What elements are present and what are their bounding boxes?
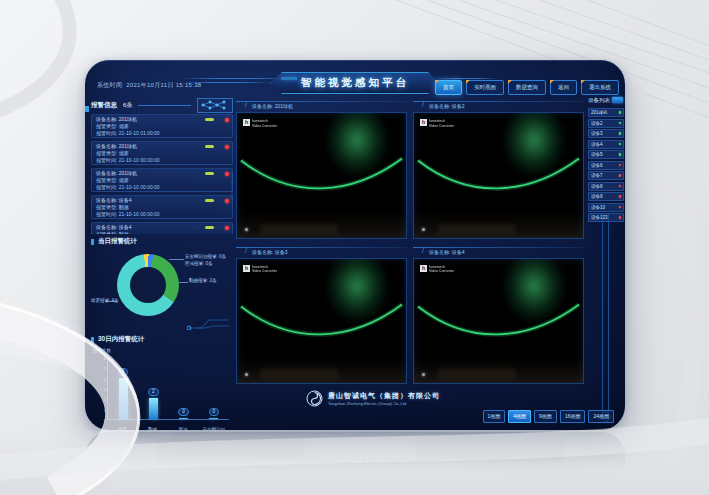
watermark-text: honestechVideo Converter [429,119,454,128]
alarm-entry[interactable]: 设备名称: 201球机报警类型: 烟雾报警时间: 21-10-10 01:00:… [91,114,233,138]
alarm-entry-line: 报警时间: 21-10-10 01:00:00 [96,130,228,137]
video-feed[interactable]: hhonestechVideo Converter [236,112,407,239]
video-feed[interactable]: hhonestechVideo Converter [413,112,584,239]
bar-column-安全帽识别: 0 [202,408,226,419]
nav-button-首页[interactable]: 首页 [435,80,462,95]
screen-button-24画面[interactable]: 24画面 [588,410,614,423]
indicator-red-dot [225,172,229,176]
video-feed[interactable]: hhonestechVideo Converter [413,258,584,385]
alarm-entry-line: 报警类型: 烟雾 [96,150,228,157]
today-stats-title: 当日报警统计 [91,237,233,246]
company-brand: 唐山智诚电气（集团）有限公司 Tangshan Zhicheng Electri… [306,390,440,407]
alarm-indicator [192,145,228,148]
indicator-red-dot [225,199,229,203]
watermark-text: honestechVideo Converter [252,119,277,128]
alarm-sidebar: 报警信息 6条 设备名称: 201球机报警类型: 烟雾报警时间: 21-10-1… [91,98,233,420]
video-panel-title: 设备名称: 201球机 [236,100,407,112]
device-status-dot [619,174,622,177]
bar-value-bubble: 0 [178,408,189,416]
screen-button-4画面[interactable]: 4画面 [508,410,531,423]
bar[interactable] [149,398,158,419]
device-sidebar: 设备列表 201球机设备2设备3设备4设备5设备6设备7设备8设备9设备10设备… [588,95,624,423]
bar[interactable] [179,418,188,419]
screen-button-1画面[interactable]: 1画面 [483,410,506,423]
nav-button-退出系统[interactable]: 退出系统 [581,80,619,95]
device-list: 201球机设备2设备3设备4设备5设备6设备7设备8设备9设备10设备123 [588,108,624,222]
watermark-logo-icon: h [243,265,250,272]
video-panel-2[interactable]: 设备名称: 设备2hhonestechVideo Converter [413,100,584,239]
device-row-设备5[interactable]: 设备5 [588,150,624,159]
alarm-entry[interactable]: 设备名称: 设备4报警类型: 翻越报警时间: 21-10-10 00:00:00 [91,222,233,234]
video-watermark: hhonestechVideo Converter [420,119,454,128]
watermark-line2: Video Converter [429,269,454,274]
video-panel-1[interactable]: 设备名称: 201球机hhonestechVideo Converter [236,100,407,239]
screen-button-16画面[interactable]: 16画面 [560,410,586,423]
alarm-indicator [192,226,228,229]
device-status-dot [619,206,622,209]
nav-button-数据查询[interactable]: 数据查询 [508,80,546,95]
indicator-segment [205,226,214,229]
video-spark [422,228,425,231]
bar-chart-ylabel: 报警个数 [93,348,111,353]
screen-reflection: 唐山智诚电气（集团）有限公司 [85,432,625,492]
alarm-indicator [192,199,228,202]
bar-chart-xlabels: 烟雾翻越区域安全帽识别 [107,427,229,430]
sidebar-rail-decor [602,213,609,419]
device-status-dot [619,122,622,125]
network-nodes-icon[interactable] [197,98,233,113]
indicator-red-dot [225,118,229,122]
video-panel-title: 设备名称: 设备3 [236,246,407,258]
y-tick: 1 [98,408,106,413]
donut-label-helmet: 安全帽识别报警: 0条 [185,254,226,259]
video-spark [245,373,248,376]
device-row-设备6[interactable]: 设备6 [588,161,624,170]
bar[interactable] [209,418,218,419]
bar[interactable] [119,378,128,419]
video-feed[interactable]: hhonestechVideo Converter [236,258,407,385]
donut-chart [117,254,179,316]
video-structure [261,369,339,379]
donut-label-smoke: 烟雾报警: 4条 [91,298,119,303]
device-row-设备4[interactable]: 设备4 [588,140,624,149]
video-structure [438,224,516,234]
screen-layout-buttons: 1画面4画面9画面16画面24画面 [483,410,614,423]
video-structure [261,224,339,234]
device-name: 设备8 [591,184,603,189]
bar-value-bubble: 4 [118,368,129,376]
device-name: 设备10 [591,205,605,210]
indicator-segment [205,145,214,148]
device-status-dot [619,195,622,198]
nav-button-返回[interactable]: 返回 [550,80,577,95]
device-list-title: 设备列表 [588,97,610,104]
alarm-list: 设备名称: 201球机报警类型: 烟雾报警时间: 21-10-10 01:00:… [91,114,233,234]
device-row-设备7[interactable]: 设备7 [588,171,624,180]
video-spark [245,228,248,231]
video-panel-3[interactable]: 设备名称: 设备3hhonestechVideo Converter [236,246,407,385]
device-name: 设备4 [591,142,603,147]
today-alarm-donut-chart: 安全帽识别报警: 0条 区域报警: 0条 翻越报警: 2条 烟雾报警: 4条 [91,246,233,332]
header-line [181,78,291,79]
video-watermark: hhonestechVideo Converter [420,265,454,274]
device-row-201球机[interactable]: 201球机 [588,108,624,117]
device-list-tab[interactable] [612,97,623,103]
device-row-设备9[interactable]: 设备9 [588,192,624,201]
device-status-dot [619,111,622,114]
device-name: 设备3 [591,131,603,136]
alarm-entry[interactable]: 设备名称: 设备4报警类型: 翻越报警时间: 21-10-10 00:00:00 [91,195,233,219]
device-row-设备2[interactable]: 设备2 [588,119,624,128]
alarm-entry[interactable]: 设备名称: 201球机报警类型: 烟雾报警时间: 21-10-10 00:00:… [91,168,233,192]
donut-hole [130,267,166,303]
screen-button-9画面[interactable]: 9画面 [534,410,557,423]
video-watermark: hhonestechVideo Converter [243,265,277,274]
alarm-entry[interactable]: 设备名称: 201球机报警类型: 烟雾报警时间: 21-10-10 00:00:… [91,141,233,165]
nav-button-实时画面[interactable]: 实时画面 [466,80,504,95]
device-row-设备8[interactable]: 设备8 [588,182,624,191]
device-name: 201球机 [591,110,608,115]
company-name-en: Tangshan Zhicheng Electric (Group) Co.,L… [328,401,440,406]
device-status-dot [619,143,622,146]
bar-chart-bars: 4200 [108,358,229,419]
watermark-text: honestechVideo Converter [252,265,277,274]
device-row-设备10[interactable]: 设备10 [588,203,624,212]
video-panel-4[interactable]: 设备名称: 设备4hhonestechVideo Converter [413,246,584,385]
device-row-设备3[interactable]: 设备3 [588,129,624,138]
